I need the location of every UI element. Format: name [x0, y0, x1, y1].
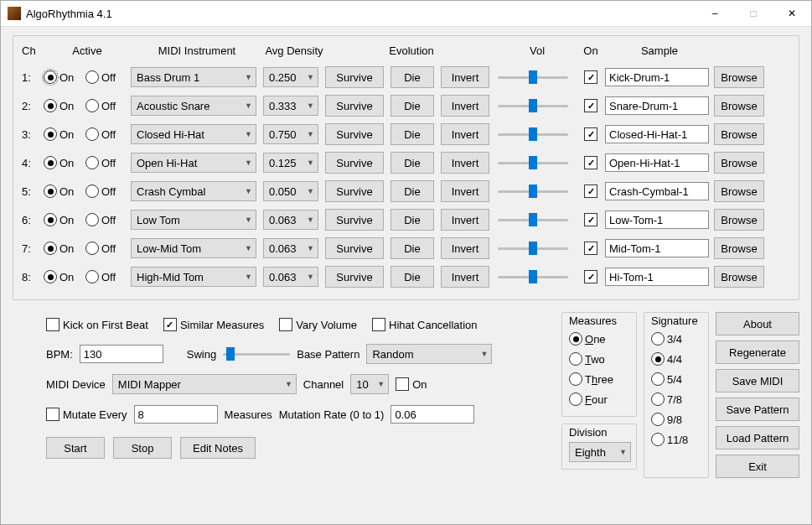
similar-measures-checkbox[interactable]: Similar Measures [163, 318, 264, 331]
invert-button[interactable]: Invert [441, 180, 489, 202]
active-off-radio[interactable]: Off [85, 213, 131, 226]
instrument-dropdown[interactable]: Crash Cymbal▼ [131, 181, 256, 201]
density-dropdown[interactable]: 0.063▼ [263, 267, 318, 287]
density-dropdown[interactable]: 0.333▼ [263, 96, 318, 116]
active-on-radio[interactable]: On [44, 270, 85, 283]
die-button[interactable]: Die [390, 209, 434, 231]
instrument-dropdown[interactable]: Low-Mid Tom▼ [131, 238, 256, 258]
density-dropdown[interactable]: 0.063▼ [263, 210, 318, 230]
mutation-rate-input[interactable]: 0.06 [390, 405, 474, 424]
sample-name-input[interactable]: Mid-Tom-1 [605, 239, 709, 257]
browse-button[interactable]: Browse [714, 152, 764, 174]
instrument-dropdown[interactable]: Low Tom▼ [131, 210, 256, 230]
active-off-radio[interactable]: Off [85, 185, 131, 198]
density-dropdown[interactable]: 0.063▼ [263, 238, 318, 258]
invert-button[interactable]: Invert [441, 95, 489, 117]
load-pattern-button[interactable]: Load Pattern [716, 426, 799, 450]
sig-9-8-radio[interactable]: 9/8 [651, 409, 682, 429]
invert-button[interactable]: Invert [441, 266, 489, 288]
invert-button[interactable]: Invert [441, 123, 489, 145]
active-off-radio[interactable]: Off [85, 99, 131, 112]
sample-on-checkbox[interactable] [577, 242, 605, 255]
active-on-radio[interactable]: On [44, 127, 85, 141]
browse-button[interactable]: Browse [714, 266, 764, 288]
sample-name-input[interactable]: Open-Hi-Hat-1 [605, 153, 709, 172]
browse-button[interactable]: Browse [714, 237, 764, 259]
volume-slider[interactable] [498, 126, 568, 143]
sig-11-8-radio[interactable]: 11/8 [651, 429, 688, 450]
browse-button[interactable]: Browse [714, 95, 764, 117]
maximize-button[interactable]: □ [734, 1, 773, 26]
die-button[interactable]: Die [390, 123, 434, 145]
instrument-dropdown[interactable]: Acoustic Snare▼ [131, 96, 256, 116]
about-button[interactable]: About [716, 312, 799, 335]
browse-button[interactable]: Browse [714, 209, 764, 231]
active-off-radio[interactable]: Off [85, 242, 131, 255]
active-on-radio[interactable]: On [44, 242, 85, 255]
active-on-radio[interactable]: On [44, 213, 85, 226]
sample-on-checkbox[interactable] [577, 185, 605, 198]
density-dropdown[interactable]: 0.125▼ [263, 153, 318, 173]
survive-button[interactable]: Survive [325, 266, 384, 288]
volume-slider[interactable] [498, 211, 568, 228]
sample-name-input[interactable]: Hi-Tom-1 [605, 268, 709, 286]
close-button[interactable]: ✕ [773, 1, 811, 26]
swing-slider[interactable] [223, 346, 290, 362]
survive-button[interactable]: Survive [325, 123, 384, 145]
survive-button[interactable]: Survive [325, 152, 384, 174]
density-dropdown[interactable]: 0.750▼ [263, 124, 318, 144]
volume-slider[interactable] [498, 154, 568, 171]
die-button[interactable]: Die [390, 237, 434, 259]
kick-first-beat-checkbox[interactable]: Kick on First Beat [46, 318, 148, 331]
measures-four-radio[interactable]: Four [569, 389, 608, 409]
exit-button[interactable]: Exit [716, 455, 799, 478]
active-off-radio[interactable]: Off [85, 156, 131, 169]
sample-name-input[interactable]: Kick-Drum-1 [605, 68, 709, 86]
mutate-every-input[interactable]: 8 [134, 405, 218, 424]
sample-on-checkbox[interactable] [577, 213, 605, 226]
measures-three-radio[interactable]: Three [569, 369, 613, 389]
stop-button[interactable]: Stop [113, 437, 172, 459]
active-on-radio[interactable]: On [44, 99, 85, 112]
bpm-input[interactable]: 130 [80, 345, 163, 363]
active-on-radio[interactable]: On [44, 185, 85, 198]
survive-button[interactable]: Survive [325, 66, 384, 88]
sample-name-input[interactable]: Low-Tom-1 [605, 211, 709, 229]
sample-name-input[interactable]: Crash-Cymbal-1 [605, 182, 709, 200]
sample-on-checkbox[interactable] [577, 70, 605, 84]
die-button[interactable]: Die [390, 152, 434, 174]
active-off-radio[interactable]: Off [85, 270, 131, 283]
measures-one-radio[interactable]: One [569, 329, 606, 349]
instrument-dropdown[interactable]: Bass Drum 1▼ [131, 67, 256, 87]
invert-button[interactable]: Invert [441, 66, 489, 88]
invert-button[interactable]: Invert [441, 152, 489, 174]
edit-notes-button[interactable]: Edit Notes [180, 437, 256, 459]
regenerate-button[interactable]: Regenerate [716, 340, 799, 364]
instrument-dropdown[interactable]: Open Hi-Hat▼ [131, 153, 256, 173]
density-dropdown[interactable]: 0.050▼ [263, 181, 318, 201]
volume-slider[interactable] [498, 97, 568, 114]
volume-slider[interactable] [498, 268, 568, 285]
die-button[interactable]: Die [390, 266, 434, 288]
measures-two-radio[interactable]: Two [569, 349, 605, 369]
hihat-cancellation-checkbox[interactable]: Hihat Cancellation [372, 318, 478, 331]
midi-device-dropdown[interactable]: MIDI Mapper▼ [112, 374, 297, 394]
invert-button[interactable]: Invert [441, 209, 489, 231]
invert-button[interactable]: Invert [441, 237, 489, 259]
active-on-radio[interactable]: On [44, 156, 85, 169]
sample-on-checkbox[interactable] [577, 127, 605, 141]
active-off-radio[interactable]: Off [85, 127, 131, 141]
instrument-dropdown[interactable]: Closed Hi-Hat▼ [131, 124, 256, 144]
vary-volume-checkbox[interactable]: Vary Volume [279, 318, 357, 331]
density-dropdown[interactable]: 0.250▼ [263, 67, 318, 87]
die-button[interactable]: Die [390, 95, 434, 117]
instrument-dropdown[interactable]: High-Mid Tom▼ [131, 267, 256, 287]
midi-on-checkbox[interactable]: On [396, 377, 427, 391]
browse-button[interactable]: Browse [714, 66, 764, 88]
survive-button[interactable]: Survive [325, 95, 384, 117]
volume-slider[interactable] [498, 183, 568, 200]
sig-4-4-radio[interactable]: 4/4 [651, 349, 682, 369]
active-off-radio[interactable]: Off [85, 70, 131, 84]
channel-dropdown[interactable]: 10▼ [350, 374, 389, 394]
start-button[interactable]: Start [46, 437, 105, 459]
